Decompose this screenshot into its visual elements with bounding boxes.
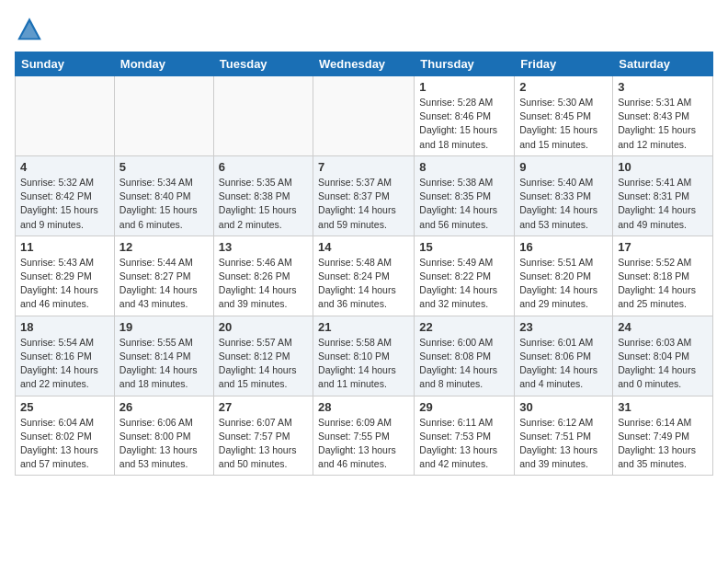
- day-info: Sunrise: 5:48 AM Sunset: 8:24 PM Dayligh…: [318, 256, 409, 312]
- calendar-cell: 21Sunrise: 5:58 AM Sunset: 8:10 PM Dayli…: [313, 316, 415, 396]
- day-number: 17: [618, 240, 708, 254]
- day-number: 5: [119, 160, 209, 174]
- day-info: Sunrise: 6:03 AM Sunset: 8:04 PM Dayligh…: [618, 336, 708, 392]
- day-info: Sunrise: 6:01 AM Sunset: 8:06 PM Dayligh…: [519, 336, 608, 392]
- day-number: 14: [318, 240, 409, 254]
- day-info: Sunrise: 5:51 AM Sunset: 8:20 PM Dayligh…: [519, 256, 608, 312]
- weekday-header-monday: Monday: [114, 52, 213, 76]
- week-row-2: 4Sunrise: 5:32 AM Sunset: 8:42 PM Daylig…: [16, 155, 713, 236]
- day-info: Sunrise: 5:55 AM Sunset: 8:14 PM Dayligh…: [119, 336, 209, 392]
- day-info: Sunrise: 5:58 AM Sunset: 8:10 PM Dayligh…: [318, 336, 409, 392]
- calendar-cell: [114, 76, 213, 156]
- day-info: Sunrise: 6:04 AM Sunset: 8:02 PM Dayligh…: [20, 416, 109, 472]
- calendar-cell: 16Sunrise: 5:51 AM Sunset: 8:20 PM Dayli…: [515, 236, 613, 316]
- day-info: Sunrise: 5:28 AM Sunset: 8:46 PM Dayligh…: [419, 96, 509, 152]
- day-number: 20: [219, 320, 308, 334]
- day-info: Sunrise: 5:46 AM Sunset: 8:26 PM Dayligh…: [219, 256, 308, 312]
- day-number: 3: [618, 80, 708, 94]
- day-number: 29: [419, 400, 509, 414]
- weekday-header-saturday: Saturday: [613, 52, 713, 76]
- week-row-1: 1Sunrise: 5:28 AM Sunset: 8:46 PM Daylig…: [16, 76, 713, 156]
- day-number: 7: [318, 160, 409, 174]
- weekday-header-thursday: Thursday: [415, 52, 515, 76]
- weekday-header-row: SundayMondayTuesdayWednesdayThursdayFrid…: [16, 52, 713, 76]
- day-number: 8: [419, 160, 509, 174]
- day-number: 30: [519, 400, 608, 414]
- week-row-4: 18Sunrise: 5:54 AM Sunset: 8:16 PM Dayli…: [16, 316, 713, 396]
- day-info: Sunrise: 5:57 AM Sunset: 8:12 PM Dayligh…: [219, 336, 308, 392]
- calendar-cell: 25Sunrise: 6:04 AM Sunset: 8:02 PM Dayli…: [16, 396, 115, 476]
- day-number: 15: [419, 240, 509, 254]
- day-number: 25: [20, 400, 109, 414]
- day-number: 27: [219, 400, 308, 414]
- day-number: 28: [318, 400, 409, 414]
- day-number: 9: [519, 160, 608, 174]
- day-info: Sunrise: 6:12 AM Sunset: 7:51 PM Dayligh…: [519, 416, 608, 472]
- day-info: Sunrise: 6:14 AM Sunset: 7:49 PM Dayligh…: [618, 416, 708, 472]
- day-info: Sunrise: 5:40 AM Sunset: 8:33 PM Dayligh…: [519, 176, 608, 232]
- day-info: Sunrise: 6:00 AM Sunset: 8:08 PM Dayligh…: [419, 336, 509, 392]
- day-number: 10: [618, 160, 708, 174]
- calendar-cell: 28Sunrise: 6:09 AM Sunset: 7:55 PM Dayli…: [313, 396, 415, 476]
- week-row-5: 25Sunrise: 6:04 AM Sunset: 8:02 PM Dayli…: [16, 396, 713, 476]
- weekday-header-tuesday: Tuesday: [213, 52, 313, 76]
- calendar-cell: 4Sunrise: 5:32 AM Sunset: 8:42 PM Daylig…: [16, 155, 115, 236]
- day-info: Sunrise: 5:34 AM Sunset: 8:40 PM Dayligh…: [119, 176, 209, 232]
- day-info: Sunrise: 6:11 AM Sunset: 7:53 PM Dayligh…: [419, 416, 509, 472]
- calendar-cell: 29Sunrise: 6:11 AM Sunset: 7:53 PM Dayli…: [415, 396, 515, 476]
- day-number: 16: [519, 240, 608, 254]
- weekday-header-friday: Friday: [515, 52, 613, 76]
- calendar-cell: 2Sunrise: 5:30 AM Sunset: 8:45 PM Daylig…: [515, 76, 613, 156]
- day-number: 21: [318, 320, 409, 334]
- day-info: Sunrise: 6:09 AM Sunset: 7:55 PM Dayligh…: [318, 416, 409, 472]
- calendar-cell: 22Sunrise: 6:00 AM Sunset: 8:08 PM Dayli…: [415, 316, 515, 396]
- day-number: 12: [119, 240, 209, 254]
- day-info: Sunrise: 5:44 AM Sunset: 8:27 PM Dayligh…: [119, 256, 209, 312]
- calendar-cell: [313, 76, 415, 156]
- calendar-cell: 1Sunrise: 5:28 AM Sunset: 8:46 PM Daylig…: [415, 76, 515, 156]
- day-info: Sunrise: 5:41 AM Sunset: 8:31 PM Dayligh…: [618, 176, 708, 232]
- week-row-3: 11Sunrise: 5:43 AM Sunset: 8:29 PM Dayli…: [16, 236, 713, 316]
- logo: [15, 15, 48, 44]
- calendar-cell: 15Sunrise: 5:49 AM Sunset: 8:22 PM Dayli…: [415, 236, 515, 316]
- day-info: Sunrise: 5:31 AM Sunset: 8:43 PM Dayligh…: [618, 96, 708, 152]
- day-number: 13: [219, 240, 308, 254]
- day-info: Sunrise: 5:38 AM Sunset: 8:35 PM Dayligh…: [419, 176, 509, 232]
- calendar-cell: 18Sunrise: 5:54 AM Sunset: 8:16 PM Dayli…: [16, 316, 115, 396]
- weekday-header-wednesday: Wednesday: [313, 52, 415, 76]
- calendar-cell: 30Sunrise: 6:12 AM Sunset: 7:51 PM Dayli…: [515, 396, 613, 476]
- calendar-cell: 31Sunrise: 6:14 AM Sunset: 7:49 PM Dayli…: [613, 396, 713, 476]
- day-number: 23: [519, 320, 608, 334]
- day-number: 22: [419, 320, 509, 334]
- calendar-cell: 3Sunrise: 5:31 AM Sunset: 8:43 PM Daylig…: [613, 76, 713, 156]
- day-info: Sunrise: 6:06 AM Sunset: 8:00 PM Dayligh…: [119, 416, 209, 472]
- day-info: Sunrise: 5:43 AM Sunset: 8:29 PM Dayligh…: [20, 256, 109, 312]
- calendar-cell: 24Sunrise: 6:03 AM Sunset: 8:04 PM Dayli…: [613, 316, 713, 396]
- calendar-cell: 13Sunrise: 5:46 AM Sunset: 8:26 PM Dayli…: [213, 236, 313, 316]
- day-number: 26: [119, 400, 209, 414]
- day-info: Sunrise: 5:49 AM Sunset: 8:22 PM Dayligh…: [419, 256, 509, 312]
- day-number: 19: [119, 320, 209, 334]
- day-info: Sunrise: 5:37 AM Sunset: 8:37 PM Dayligh…: [318, 176, 409, 232]
- calendar-cell: 23Sunrise: 6:01 AM Sunset: 8:06 PM Dayli…: [515, 316, 613, 396]
- calendar-cell: 20Sunrise: 5:57 AM Sunset: 8:12 PM Dayli…: [213, 316, 313, 396]
- day-number: 6: [219, 160, 308, 174]
- day-info: Sunrise: 5:54 AM Sunset: 8:16 PM Dayligh…: [20, 336, 109, 392]
- day-number: 11: [20, 240, 109, 254]
- calendar-cell: 14Sunrise: 5:48 AM Sunset: 8:24 PM Dayli…: [313, 236, 415, 316]
- calendar-cell: 12Sunrise: 5:44 AM Sunset: 8:27 PM Dayli…: [114, 236, 213, 316]
- calendar-cell: [16, 76, 115, 156]
- day-number: 1: [419, 80, 509, 94]
- calendar-cell: 5Sunrise: 5:34 AM Sunset: 8:40 PM Daylig…: [114, 155, 213, 236]
- calendar-cell: 11Sunrise: 5:43 AM Sunset: 8:29 PM Dayli…: [16, 236, 115, 316]
- page-header: [15, 15, 713, 44]
- weekday-header-sunday: Sunday: [16, 52, 115, 76]
- day-info: Sunrise: 5:35 AM Sunset: 8:38 PM Dayligh…: [219, 176, 308, 232]
- calendar-cell: 27Sunrise: 6:07 AM Sunset: 7:57 PM Dayli…: [213, 396, 313, 476]
- day-info: Sunrise: 5:32 AM Sunset: 8:42 PM Dayligh…: [20, 176, 109, 232]
- calendar-cell: 9Sunrise: 5:40 AM Sunset: 8:33 PM Daylig…: [515, 155, 613, 236]
- logo-icon: [15, 15, 44, 44]
- calendar-cell: 10Sunrise: 5:41 AM Sunset: 8:31 PM Dayli…: [613, 155, 713, 236]
- day-number: 31: [618, 400, 708, 414]
- calendar-cell: 19Sunrise: 5:55 AM Sunset: 8:14 PM Dayli…: [114, 316, 213, 396]
